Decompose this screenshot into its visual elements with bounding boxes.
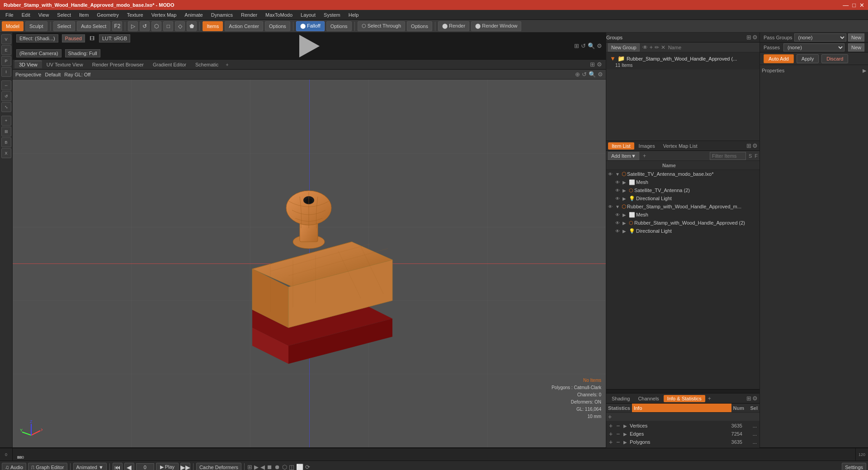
il-settings-btn[interactable]: ⚙ <box>752 142 758 149</box>
il-expand-3[interactable]: ▶ <box>623 188 628 193</box>
stats-add-p[interactable]: + <box>609 438 615 446</box>
stats-settings-btn[interactable]: ⚙ <box>752 395 758 402</box>
frame-input[interactable] <box>136 463 154 470</box>
filter-s-btn[interactable]: S <box>749 153 752 159</box>
il-expand-2[interactable]: ▶ <box>623 180 628 185</box>
maximize-btn[interactable]: □ <box>852 2 856 9</box>
bt-icon-5[interactable]: ⏺ <box>274 464 280 470</box>
viewport-3d[interactable]: APPROVED <box>13 80 606 447</box>
il-eye-1[interactable]: 👁 <box>608 172 614 177</box>
tab-schematic[interactable]: Schematic <box>191 61 223 68</box>
anim-icon-2[interactable]: ↺ <box>581 42 586 49</box>
stats-expand-v[interactable]: ▶ <box>623 423 629 428</box>
groups-close-btn[interactable]: ✕ <box>661 44 665 51</box>
options-btn-1[interactable]: Options <box>265 21 290 31</box>
tool-loop[interactable]: ⊞ <box>1 127 11 136</box>
tool-e[interactable]: E <box>1 45 11 55</box>
stats-expand-e[interactable]: ▶ <box>623 432 629 437</box>
options-btn-3[interactable]: Options <box>407 21 432 31</box>
model-btn[interactable]: Model <box>2 21 24 31</box>
timeline-track[interactable]: 0 10 20 30 40 50 60 70 80 90 100 110 120 <box>13 448 855 461</box>
add-item-btn[interactable]: Add Item ▼ <box>608 152 639 160</box>
new-group-btn[interactable]: New Group <box>608 43 640 52</box>
il-expand-8[interactable]: ▶ <box>623 229 628 234</box>
audio-btn[interactable]: ♫ Audio <box>2 463 26 470</box>
bt-icon-2[interactable]: ▶ <box>254 464 259 470</box>
vp-expand-btn[interactable]: ⊞ <box>590 61 595 68</box>
tab-item-list[interactable]: Item List <box>608 142 634 150</box>
pass-groups-new-btn[interactable]: New <box>848 33 864 42</box>
stats-expand-p[interactable]: ▶ <box>623 440 629 445</box>
menu-edit[interactable]: Edit <box>18 11 34 19</box>
menu-view[interactable]: View <box>35 11 53 19</box>
menu-texture[interactable]: Texture <box>123 11 147 19</box>
cache-deformers-btn[interactable]: Cache Deformers <box>196 463 241 470</box>
close-btn[interactable]: ✕ <box>859 2 864 9</box>
groups-expand-btn[interactable]: ⊞ <box>746 34 751 41</box>
tab-vertex-map-list[interactable]: Vertex Map List <box>660 142 701 150</box>
stats-add-tab-btn[interactable]: + <box>708 395 711 402</box>
animated-btn[interactable]: Animated ▼ <box>73 463 107 470</box>
tab-render-preset[interactable]: Render Preset Browser <box>88 61 148 68</box>
groups-add-btn[interactable]: + <box>650 44 653 51</box>
apply-btn[interactable]: Apply <box>797 54 819 63</box>
menu-vertex-map[interactable]: Vertex Map <box>148 11 180 19</box>
minimize-btn[interactable]: — <box>843 2 849 9</box>
bt-icon-4[interactable]: ⏹ <box>267 464 273 470</box>
groups-settings-btn[interactable]: ⚙ <box>752 34 758 41</box>
menu-dynamics[interactable]: Dynamics <box>208 11 236 19</box>
select-btn[interactable]: Select <box>53 21 75 31</box>
items-btn[interactable]: Items <box>203 21 223 31</box>
bt-icon-8[interactable]: ⬜ <box>296 464 303 470</box>
tab-uv-texture[interactable]: UV Texture View <box>42 61 88 68</box>
f2-btn[interactable]: F2 <box>112 21 122 31</box>
tool-move[interactable]: ↔ <box>1 80 11 90</box>
play-btn[interactable]: ▶ Play <box>156 463 179 470</box>
auto-select-btn[interactable]: Auto Select <box>77 21 110 31</box>
settings-btn[interactable]: Settings <box>842 463 866 470</box>
bt-icon-3[interactable]: ◀ <box>260 464 265 470</box>
tool-p[interactable]: P <box>1 56 11 66</box>
graph-editor-btn[interactable]: ⎍ Graph Editor <box>28 463 67 470</box>
stats-add-e[interactable]: + <box>609 430 615 437</box>
il-add-icon[interactable]: + <box>643 153 646 159</box>
stats-add-btn[interactable]: + <box>608 413 612 420</box>
tool-icon-5[interactable]: ◇ <box>175 21 185 31</box>
stats-minus-e[interactable]: − <box>616 430 623 437</box>
render-play-btn[interactable] <box>299 35 320 57</box>
tab-channels[interactable]: Channels <box>634 395 662 402</box>
il-scrollbar[interactable] <box>606 389 760 393</box>
bt-icon-1[interactable]: ⊞ <box>247 464 252 470</box>
il-eye-3[interactable]: 👁 <box>615 188 622 193</box>
anim-icon-3[interactable]: 🔍 <box>588 42 595 49</box>
tool-bevel[interactable]: B <box>1 137 11 147</box>
auto-add-btn[interactable]: Auto Add <box>764 54 794 63</box>
tool-scale[interactable]: ⤡ <box>1 102 11 112</box>
tab-images[interactable]: Images <box>635 142 659 150</box>
menu-render[interactable]: Render <box>237 11 261 19</box>
filter-f-btn[interactable]: F <box>755 153 758 159</box>
prev-frame-btn[interactable]: ⏮ <box>113 463 123 470</box>
tab-3d-view[interactable]: 3D View <box>14 61 42 68</box>
vp-ctrl-3[interactable]: 🔍 <box>589 71 596 78</box>
tool-add[interactable]: + <box>1 116 11 126</box>
tab-add-btn[interactable]: + <box>223 61 231 68</box>
render-window-btn[interactable]: ⬤ Render Window <box>471 21 521 31</box>
tool-v[interactable]: V <box>1 34 11 44</box>
menu-layout[interactable]: Layout <box>297 11 319 19</box>
il-eye-6[interactable]: 👁 <box>615 212 622 217</box>
il-eye-4[interactable]: 👁 <box>615 196 622 201</box>
bt-icon-7[interactable]: ◫ <box>289 464 294 470</box>
il-eye-7[interactable]: 👁 <box>615 221 622 226</box>
pass-groups-select[interactable]: (none) <box>794 33 846 42</box>
tab-shading[interactable]: Shading <box>608 395 633 402</box>
select-through-btn[interactable]: ⬡ Select Through <box>358 21 405 31</box>
menu-help[interactable]: Help <box>345 11 363 19</box>
menu-select[interactable]: Select <box>53 11 75 19</box>
action-center-btn[interactable]: Action Center <box>225 21 263 31</box>
tool-icon-2[interactable]: ↺ <box>140 21 150 31</box>
anim-icon-4[interactable]: ⚙ <box>597 42 602 49</box>
menu-maxtomodo[interactable]: MaxToModo <box>262 11 296 19</box>
tool-icon-4[interactable]: □ <box>163 21 173 31</box>
tab-info-stats[interactable]: Info & Statistics <box>664 395 705 402</box>
